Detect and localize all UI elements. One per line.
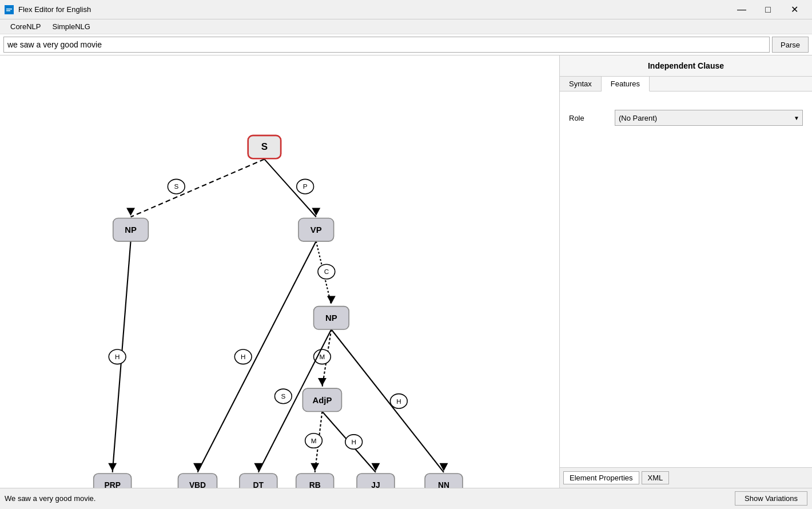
svg-text:DT: DT: [253, 480, 264, 488]
show-variations-button[interactable]: Show Variations: [735, 491, 807, 506]
svg-marker-38: [311, 463, 319, 471]
svg-text:P: P: [303, 182, 308, 190]
svg-text:AdjP: AdjP: [312, 396, 332, 405]
input-bar: Parse: [0, 34, 812, 55]
svg-text:VP: VP: [311, 225, 322, 234]
role-row: Role (No Parent): [569, 110, 803, 126]
svg-text:C: C: [324, 268, 329, 275]
window-controls: — □ ✕: [729, 1, 807, 18]
svg-line-31: [331, 329, 444, 472]
app-icon: [5, 5, 14, 14]
main-area: S P H H C: [0, 55, 812, 488]
title-bar: Flex Editor for English — □ ✕: [0, 0, 812, 19]
panel-content: Role (No Parent): [560, 92, 812, 467]
svg-text:NP: NP: [325, 313, 337, 323]
svg-text:S: S: [261, 141, 268, 152]
svg-text:H: H: [396, 397, 401, 405]
tab-xml[interactable]: XML: [642, 471, 670, 484]
sentence-input[interactable]: [3, 37, 770, 53]
svg-text:S: S: [174, 182, 178, 190]
role-label: Role: [569, 114, 615, 122]
bottom-panel-tabs: Element Properties XML: [560, 467, 812, 488]
svg-marker-34: [440, 463, 448, 471]
svg-rect-1: [6, 9, 12, 10]
tab-features[interactable]: Features: [602, 77, 650, 92]
status-bar: We saw a very good movie. Show Variation…: [0, 488, 812, 508]
maximize-button[interactable]: □: [755, 1, 781, 18]
svg-text:NP: NP: [125, 225, 137, 234]
right-panel: Independent Clause Syntax Features Role …: [559, 55, 812, 488]
svg-marker-6: [126, 208, 135, 216]
menu-corenlp[interactable]: CoreNLP: [5, 21, 46, 33]
svg-rect-0: [5, 6, 13, 14]
svg-text:PRP: PRP: [104, 480, 120, 488]
svg-text:H: H: [115, 353, 120, 360]
svg-line-3: [131, 159, 265, 217]
svg-line-15: [197, 241, 316, 472]
parse-button[interactable]: Parse: [772, 37, 809, 53]
tree-canvas: S P H H C: [0, 55, 559, 488]
svg-text:M: M: [320, 353, 325, 360]
svg-marker-26: [318, 378, 327, 386]
svg-marker-14: [108, 463, 117, 471]
svg-text:JJ: JJ: [371, 480, 380, 488]
menu-bar: CoreNLP SimpleNLG: [0, 19, 812, 34]
tree-svg: S P H H C: [0, 55, 559, 488]
tab-element-properties[interactable]: Element Properties: [563, 471, 639, 484]
svg-text:S: S: [281, 392, 285, 400]
svg-text:RB: RB: [309, 480, 321, 488]
svg-text:NN: NN: [438, 480, 449, 488]
role-select[interactable]: (No Parent): [615, 110, 803, 126]
svg-text:VBD: VBD: [189, 480, 206, 488]
svg-rect-2: [6, 10, 10, 11]
status-text: We saw a very good movie.: [5, 494, 95, 503]
close-button[interactable]: ✕: [781, 1, 807, 18]
svg-text:H: H: [351, 438, 356, 446]
svg-marker-10: [312, 208, 320, 216]
panel-tabs: Syntax Features: [560, 77, 812, 92]
title-bar-left: Flex Editor for English: [5, 5, 91, 14]
tab-syntax[interactable]: Syntax: [560, 77, 602, 91]
minimize-button[interactable]: —: [729, 1, 755, 18]
svg-marker-42: [372, 463, 380, 471]
svg-text:M: M: [311, 437, 317, 444]
role-select-wrapper: (No Parent): [615, 110, 803, 126]
svg-marker-22: [327, 296, 336, 304]
menu-simplenlg[interactable]: SimpleNLG: [46, 21, 95, 33]
panel-title: Independent Clause: [560, 55, 812, 77]
window-title: Flex Editor for English: [18, 5, 91, 14]
svg-text:H: H: [241, 353, 245, 360]
